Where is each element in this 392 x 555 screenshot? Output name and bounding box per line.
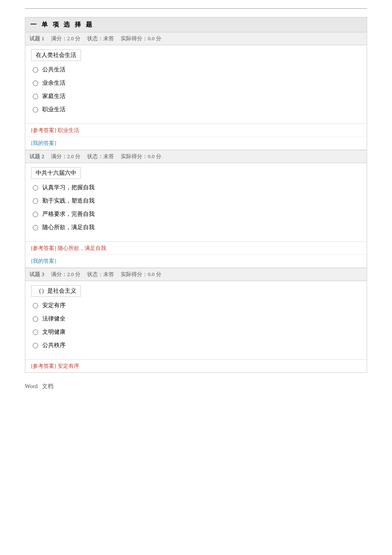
q3-option-2: 法律健全 — [31, 315, 361, 323]
q3-option-3: 文明健康 — [31, 328, 361, 336]
q2-full-score: 满分：2.0 分 — [51, 153, 81, 160]
q2-radio-2[interactable] — [33, 198, 38, 204]
footer-doc: 文档 — [42, 383, 54, 389]
q3-status: 状态：未答 — [87, 271, 114, 278]
section-title: 一 单 项 选 择 题 — [30, 21, 94, 28]
q2-ref-label: [参考答案] — [31, 245, 56, 251]
q1-option-2: 业余生活 — [31, 79, 361, 87]
q2-radio-3[interactable] — [33, 212, 38, 217]
q2-radio-4[interactable] — [33, 225, 38, 230]
section-header: 一 单 项 选 择 题 — [25, 17, 367, 32]
q2-status: 状态：未答 — [87, 153, 114, 160]
q3-content: （）是社会主义 安定有序 法律健全 文明健康 公共秩序 — [25, 281, 367, 359]
q2-option-4: 随心所欲，满足自我 — [31, 224, 361, 231]
q3-option-text-4: 公共秩序 — [42, 342, 66, 349]
q2-my-answer: [我的答案] — [25, 254, 367, 268]
q1-num: 试题 1 — [29, 35, 44, 42]
q3-ref-value: 安定有序 — [58, 363, 79, 369]
q2-option-text-1: 认真学习，把握自我 — [42, 184, 95, 191]
q1-option-text-4: 职业生活 — [42, 106, 66, 113]
q3-radio-3[interactable] — [33, 330, 38, 335]
q1-reference-answer: [参考答案] 职业生活 — [25, 124, 367, 137]
q3-actual-score: 实际得分：0.0 分 — [121, 271, 161, 278]
footer: Word 文档 — [25, 383, 367, 390]
q1-full-score: 满分：2.0 分 — [51, 35, 81, 42]
q1-my-answer: [我的答案] — [25, 137, 367, 150]
q3-option-text-1: 安定有序 — [42, 302, 66, 309]
q3-radio-2[interactable] — [33, 316, 38, 322]
q1-option-text-1: 公共生活 — [42, 66, 66, 73]
q1-option-text-2: 业余生活 — [42, 79, 66, 87]
q3-reference-answer: [参考答案] 安定有序 — [25, 359, 367, 372]
question-header-1: 试题 1 满分：2.0 分 状态：未答 实际得分：0.0 分 — [25, 32, 367, 45]
q2-my-label: [我的答案] — [31, 258, 56, 264]
q1-option-4: 职业生活 — [31, 106, 361, 113]
q2-option-3: 严格要求，完善自我 — [31, 210, 361, 218]
q1-radio-2[interactable] — [33, 81, 38, 86]
q1-content: 在人类社会生活 公共生活 业余生活 家庭生活 职业生活 — [25, 45, 367, 124]
section-wrapper: 一 单 项 选 择 题 试题 1 满分：2.0 分 状态：未答 实际得分：0.0… — [25, 17, 367, 373]
question-block-2: 试题 2 满分：2.0 分 状态：未答 实际得分：0.0 分 中共十六届六中 认… — [25, 150, 367, 268]
q3-radio-4[interactable] — [33, 343, 38, 348]
q3-radio-1[interactable] — [33, 303, 38, 308]
q3-option-text-3: 文明健康 — [42, 328, 66, 336]
q1-radio-4[interactable] — [33, 107, 38, 112]
q2-stem: 中共十六届六中 — [31, 167, 81, 179]
q2-option-text-4: 随心所欲，满足自我 — [42, 224, 95, 231]
q2-ref-value: 随心所欲，满足自我 — [58, 245, 106, 251]
q1-ref-label: [参考答案] — [31, 127, 56, 133]
q3-ref-label: [参考答案] — [31, 363, 56, 369]
q3-stem: （）是社会主义 — [31, 285, 81, 297]
q1-option-1: 公共生活 — [31, 66, 361, 73]
q1-option-3: 家庭生活 — [31, 93, 361, 100]
q1-status: 状态：未答 — [87, 35, 114, 42]
q2-option-text-3: 严格要求，完善自我 — [42, 210, 95, 218]
footer-word: Word — [25, 383, 38, 389]
q3-option-4: 公共秩序 — [31, 342, 361, 349]
q3-num: 试题 3 — [29, 271, 44, 278]
q2-reference-answer: [参考答案] 随心所欲，满足自我 — [25, 242, 367, 254]
q1-my-label: [我的答案] — [31, 140, 56, 146]
q1-actual-score: 实际得分：0.0 分 — [121, 35, 161, 42]
question-header-2: 试题 2 满分：2.0 分 状态：未答 实际得分：0.0 分 — [25, 150, 367, 163]
q1-radio-1[interactable] — [33, 67, 38, 73]
question-header-3: 试题 3 满分：2.0 分 状态：未答 实际得分：0.0 分 — [25, 268, 367, 281]
q1-ref-value: 职业生活 — [58, 127, 79, 133]
q2-radio-1[interactable] — [33, 185, 38, 191]
top-divider — [25, 8, 367, 9]
q3-option-text-2: 法律健全 — [42, 315, 66, 323]
q1-radio-3[interactable] — [33, 94, 38, 99]
q1-option-text-3: 家庭生活 — [42, 93, 66, 100]
q2-content: 中共十六届六中 认真学习，把握自我 勤于实践，塑造自我 严格要求，完善自我 随心… — [25, 163, 367, 242]
q2-option-2: 勤于实践，塑造自我 — [31, 197, 361, 205]
q3-full-score: 满分：2.0 分 — [51, 271, 81, 278]
question-block-3: 试题 3 满分：2.0 分 状态：未答 实际得分：0.0 分 （）是社会主义 安… — [25, 268, 367, 373]
q1-stem: 在人类社会生活 — [31, 49, 81, 61]
q2-actual-score: 实际得分：0.0 分 — [121, 153, 161, 160]
q2-option-1: 认真学习，把握自我 — [31, 184, 361, 191]
q3-option-1: 安定有序 — [31, 302, 361, 309]
q2-option-text-2: 勤于实践，塑造自我 — [42, 197, 95, 205]
question-block-1: 试题 1 满分：2.0 分 状态：未答 实际得分：0.0 分 在人类社会生活 公… — [25, 32, 367, 150]
q2-num: 试题 2 — [29, 153, 44, 160]
